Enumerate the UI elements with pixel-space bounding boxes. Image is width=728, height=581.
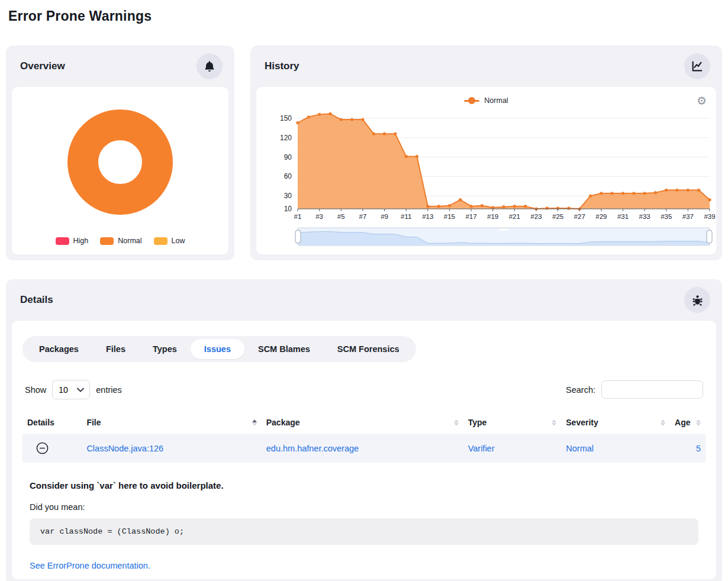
column-label: Severity bbox=[566, 418, 598, 427]
collapse-details-icon[interactable] bbox=[36, 441, 49, 455]
issues-table: DetailsFilePackageTypeSeverityAge ClassN… bbox=[22, 411, 706, 463]
svg-text:10: 10 bbox=[284, 205, 292, 213]
bell-icon bbox=[197, 53, 223, 79]
svg-text:#5: #5 bbox=[337, 213, 345, 220]
did-you-mean-label: Did you mean: bbox=[30, 502, 698, 512]
column-header-package[interactable]: Package bbox=[262, 411, 463, 434]
tab-packages[interactable]: Packages bbox=[25, 339, 92, 359]
history-card: History Normal ⚙ 10306090120150#1#3#5#7#… bbox=[250, 46, 722, 260]
legend-item-normal[interactable]: Normal bbox=[100, 237, 141, 245]
legend-label: Low bbox=[172, 237, 185, 245]
page-root: Error Prone Warnings Overview HighNormal… bbox=[0, 0, 728, 581]
entries-label: entries bbox=[96, 385, 122, 395]
history-legend-item-normal[interactable]: Normal bbox=[256, 94, 716, 107]
history-card-body: Normal ⚙ 10306090120150#1#3#5#7#9#11#13#… bbox=[256, 87, 716, 254]
svg-text:150: 150 bbox=[280, 114, 292, 122]
history-chart[interactable]: 10306090120150#1#3#5#7#9#11#13#15#17#19#… bbox=[256, 107, 716, 249]
legend-label: Normal bbox=[118, 237, 141, 245]
svg-text:#1: #1 bbox=[294, 213, 302, 220]
history-card-title: History bbox=[265, 60, 299, 72]
legend-item-low[interactable]: Low bbox=[154, 237, 185, 245]
severity-cell: Normal bbox=[561, 434, 670, 463]
overview-card-title: Overview bbox=[20, 60, 65, 72]
column-label: File bbox=[86, 418, 101, 427]
errorprone-doc-link[interactable]: See ErrorProne documentation. bbox=[30, 561, 150, 570]
svg-text:#25: #25 bbox=[552, 213, 563, 220]
tab-files[interactable]: Files bbox=[92, 339, 139, 359]
history-card-header: History bbox=[250, 46, 722, 87]
column-label: Age bbox=[675, 418, 690, 427]
package-link[interactable]: edu.hm.hafner.coverage bbox=[266, 444, 359, 453]
details-card-body: PackagesFilesTypesIssuesSCM BlamesSCM Fo… bbox=[12, 321, 716, 579]
column-header-file[interactable]: File bbox=[82, 411, 261, 434]
entries-control: Show 10 entries bbox=[25, 380, 122, 399]
column-label: Type bbox=[468, 418, 487, 427]
sort-icon bbox=[661, 419, 665, 426]
tab-scm-forensics[interactable]: SCM Forensics bbox=[324, 339, 413, 359]
search-label: Search: bbox=[566, 385, 595, 395]
legend-marker bbox=[464, 97, 479, 104]
svg-text:#15: #15 bbox=[444, 213, 455, 220]
column-header-severity[interactable]: Severity bbox=[561, 411, 670, 434]
svg-text:#11: #11 bbox=[401, 213, 411, 220]
sort-icon bbox=[552, 419, 556, 426]
svg-text:#13: #13 bbox=[422, 213, 433, 220]
sort-icon bbox=[696, 419, 701, 426]
svg-text:120: 120 bbox=[280, 134, 292, 142]
tab-scm-blames[interactable]: SCM Blames bbox=[244, 339, 324, 359]
entries-select[interactable]: 10 bbox=[52, 380, 90, 399]
bug-icon bbox=[684, 287, 710, 313]
issue-message: Consider using `var` here to avoid boile… bbox=[30, 480, 698, 490]
details-card-title: Details bbox=[20, 294, 53, 306]
search-input[interactable] bbox=[601, 380, 703, 399]
legend-swatch bbox=[100, 237, 114, 245]
svg-text:#23: #23 bbox=[530, 213, 542, 220]
type-link[interactable]: Varifier bbox=[468, 444, 495, 453]
package-cell: edu.hm.hafner.coverage bbox=[262, 434, 463, 463]
sort-icon bbox=[252, 419, 257, 426]
sort-icon bbox=[454, 419, 459, 426]
column-label: Package bbox=[266, 418, 300, 427]
issue-detail-panel: Consider using `var` here to avoid boile… bbox=[22, 463, 706, 571]
datazoom-handle-left[interactable] bbox=[295, 230, 301, 243]
column-header-type[interactable]: Type bbox=[463, 411, 562, 434]
svg-text:#9: #9 bbox=[381, 213, 388, 220]
details-card-header: Details bbox=[6, 279, 722, 321]
legend-item-high[interactable]: High bbox=[56, 237, 89, 245]
file-link[interactable]: ClassNode.java:126 bbox=[86, 444, 163, 453]
severity-legend: HighNormalLow bbox=[56, 237, 185, 245]
svg-text:#3: #3 bbox=[315, 213, 323, 220]
svg-text:#27: #27 bbox=[574, 213, 585, 220]
column-header-details: Details bbox=[22, 411, 82, 434]
suggested-code-block: var classNode = (ClassNode) o; bbox=[30, 518, 698, 545]
legend-label: High bbox=[73, 237, 89, 245]
page-title: Error Prone Warnings bbox=[6, 4, 722, 24]
column-header-age[interactable]: Age bbox=[670, 411, 706, 434]
datazoom-slider[interactable] bbox=[295, 228, 712, 246]
overview-card-header: Overview bbox=[6, 46, 234, 87]
svg-text:#35: #35 bbox=[661, 213, 672, 220]
age-cell: 5 bbox=[670, 434, 706, 463]
svg-text:#29: #29 bbox=[595, 213, 607, 220]
severity-link[interactable]: Normal bbox=[566, 444, 594, 453]
svg-text:90: 90 bbox=[284, 153, 292, 162]
tab-types[interactable]: Types bbox=[139, 339, 191, 359]
search-control: Search: bbox=[566, 380, 703, 399]
svg-text:#21: #21 bbox=[509, 213, 520, 220]
line-chart-icon bbox=[684, 53, 710, 79]
show-label: Show bbox=[25, 385, 46, 395]
severity-donut-chart[interactable] bbox=[61, 87, 179, 237]
svg-text:60: 60 bbox=[284, 172, 292, 180]
details-card: Details PackagesFilesTypesIssuesSCM Blam… bbox=[6, 279, 722, 581]
table-controls: Show 10 entries Search: bbox=[22, 380, 706, 399]
overview-card: Overview HighNormalLow bbox=[6, 46, 234, 260]
history-legend-label: Normal bbox=[484, 96, 508, 105]
settings-gear-icon[interactable]: ⚙ bbox=[697, 95, 707, 106]
file-cell: ClassNode.java:126 bbox=[82, 434, 261, 463]
legend-swatch bbox=[56, 237, 69, 245]
svg-text:#33: #33 bbox=[639, 213, 650, 220]
legend-swatch bbox=[154, 237, 167, 245]
details-toggle-cell bbox=[22, 434, 82, 463]
tab-issues[interactable]: Issues bbox=[191, 339, 244, 359]
datazoom-handle-right[interactable] bbox=[707, 230, 712, 243]
